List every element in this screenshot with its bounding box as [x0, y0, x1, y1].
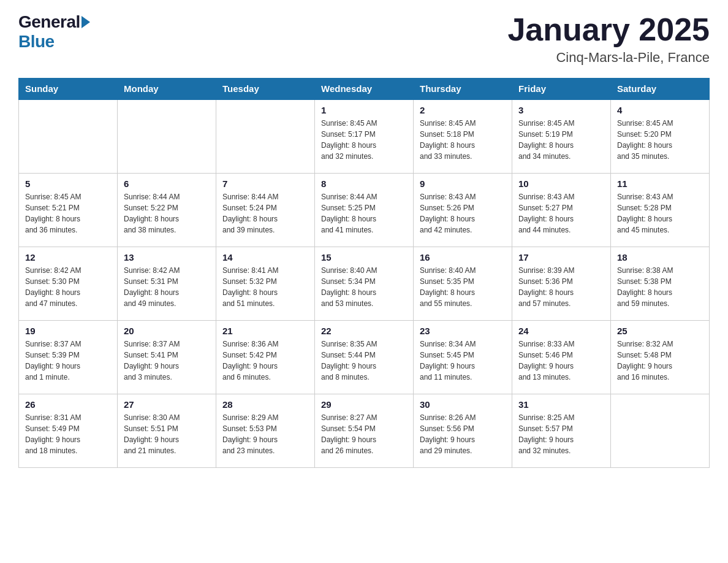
- calendar-day-cell: 29Sunrise: 8:27 AM Sunset: 5:54 PM Dayli…: [315, 394, 414, 467]
- calendar-day-cell: 10Sunrise: 8:43 AM Sunset: 5:27 PM Dayli…: [512, 173, 611, 247]
- day-info: Sunrise: 8:25 AM Sunset: 5:57 PM Dayligh…: [518, 412, 604, 456]
- day-number: 1: [321, 105, 407, 115]
- calendar-week-row: 12Sunrise: 8:42 AM Sunset: 5:30 PM Dayli…: [19, 247, 710, 320]
- calendar-week-row: 5Sunrise: 8:45 AM Sunset: 5:21 PM Daylig…: [19, 173, 710, 247]
- day-number: 29: [321, 399, 407, 410]
- page-header: General Blue January 2025 Cinq-Mars-la-P…: [18, 12, 710, 66]
- day-info: Sunrise: 8:44 AM Sunset: 5:22 PM Dayligh…: [124, 191, 210, 236]
- day-info: Sunrise: 8:43 AM Sunset: 5:27 PM Dayligh…: [518, 191, 604, 236]
- calendar-day-cell: 12Sunrise: 8:42 AM Sunset: 5:30 PM Dayli…: [19, 247, 118, 320]
- day-of-week-header: Tuesday: [216, 79, 315, 100]
- calendar-day-cell: 5Sunrise: 8:45 AM Sunset: 5:21 PM Daylig…: [19, 173, 118, 247]
- day-of-week-header: Wednesday: [315, 79, 414, 100]
- logo-general-text: General: [18, 12, 80, 32]
- calendar-table: SundayMondayTuesdayWednesdayThursdayFrid…: [18, 78, 710, 468]
- day-info: Sunrise: 8:38 AM Sunset: 5:38 PM Dayligh…: [617, 265, 703, 309]
- calendar-day-cell: 4Sunrise: 8:45 AM Sunset: 5:20 PM Daylig…: [611, 99, 710, 173]
- day-number: 24: [518, 326, 604, 336]
- day-info: Sunrise: 8:45 AM Sunset: 5:20 PM Dayligh…: [617, 118, 703, 162]
- calendar-day-cell: 30Sunrise: 8:26 AM Sunset: 5:56 PM Dayli…: [414, 394, 512, 467]
- day-number: 28: [222, 399, 308, 410]
- day-number: 9: [420, 178, 506, 189]
- calendar-location: Cinq-Mars-la-Pile, France: [507, 50, 710, 66]
- calendar-header-row: SundayMondayTuesdayWednesdayThursdayFrid…: [19, 79, 710, 100]
- day-number: 8: [321, 178, 407, 189]
- day-of-week-header: Thursday: [414, 79, 512, 100]
- day-number: 21: [222, 326, 308, 336]
- calendar-day-cell: 21Sunrise: 8:36 AM Sunset: 5:42 PM Dayli…: [216, 320, 315, 394]
- day-number: 2: [420, 105, 506, 115]
- day-info: Sunrise: 8:29 AM Sunset: 5:53 PM Dayligh…: [222, 412, 308, 456]
- calendar-day-cell: [118, 99, 216, 173]
- calendar-day-cell: 31Sunrise: 8:25 AM Sunset: 5:57 PM Dayli…: [512, 394, 611, 467]
- day-number: 11: [617, 178, 703, 189]
- day-info: Sunrise: 8:39 AM Sunset: 5:36 PM Dayligh…: [518, 265, 604, 309]
- day-number: 18: [617, 252, 703, 262]
- day-info: Sunrise: 8:26 AM Sunset: 5:56 PM Dayligh…: [420, 412, 506, 456]
- calendar-day-cell: [611, 394, 710, 467]
- calendar-day-cell: 13Sunrise: 8:42 AM Sunset: 5:31 PM Dayli…: [118, 247, 216, 320]
- day-number: 13: [124, 252, 210, 262]
- calendar-week-row: 19Sunrise: 8:37 AM Sunset: 5:39 PM Dayli…: [19, 320, 710, 394]
- calendar-day-cell: 16Sunrise: 8:40 AM Sunset: 5:35 PM Dayli…: [414, 247, 512, 320]
- calendar-week-row: 26Sunrise: 8:31 AM Sunset: 5:49 PM Dayli…: [19, 394, 710, 467]
- calendar-day-cell: [19, 99, 118, 173]
- day-info: Sunrise: 8:37 AM Sunset: 5:41 PM Dayligh…: [124, 339, 210, 383]
- day-info: Sunrise: 8:41 AM Sunset: 5:32 PM Dayligh…: [222, 265, 308, 309]
- day-number: 25: [617, 326, 703, 336]
- calendar-day-cell: 6Sunrise: 8:44 AM Sunset: 5:22 PM Daylig…: [118, 173, 216, 247]
- day-info: Sunrise: 8:40 AM Sunset: 5:34 PM Dayligh…: [321, 265, 407, 309]
- calendar-day-cell: 11Sunrise: 8:43 AM Sunset: 5:28 PM Dayli…: [611, 173, 710, 247]
- title-area: January 2025 Cinq-Mars-la-Pile, France: [507, 12, 710, 66]
- calendar-day-cell: 20Sunrise: 8:37 AM Sunset: 5:41 PM Dayli…: [118, 320, 216, 394]
- logo-arrow-icon: [82, 16, 90, 28]
- calendar-day-cell: 17Sunrise: 8:39 AM Sunset: 5:36 PM Dayli…: [512, 247, 611, 320]
- day-number: 5: [25, 178, 111, 189]
- day-info: Sunrise: 8:32 AM Sunset: 5:48 PM Dayligh…: [617, 339, 703, 383]
- calendar-day-cell: 24Sunrise: 8:33 AM Sunset: 5:46 PM Dayli…: [512, 320, 611, 394]
- day-info: Sunrise: 8:27 AM Sunset: 5:54 PM Dayligh…: [321, 412, 407, 456]
- day-number: 19: [25, 326, 111, 336]
- day-number: 30: [420, 399, 506, 410]
- day-info: Sunrise: 8:43 AM Sunset: 5:28 PM Dayligh…: [617, 191, 703, 236]
- day-number: 10: [518, 178, 604, 189]
- calendar-day-cell: 8Sunrise: 8:44 AM Sunset: 5:25 PM Daylig…: [315, 173, 414, 247]
- calendar-day-cell: 19Sunrise: 8:37 AM Sunset: 5:39 PM Dayli…: [19, 320, 118, 394]
- calendar-day-cell: 9Sunrise: 8:43 AM Sunset: 5:26 PM Daylig…: [414, 173, 512, 247]
- calendar-day-cell: 23Sunrise: 8:34 AM Sunset: 5:45 PM Dayli…: [414, 320, 512, 394]
- day-number: 4: [617, 105, 703, 115]
- calendar-day-cell: 26Sunrise: 8:31 AM Sunset: 5:49 PM Dayli…: [19, 394, 118, 467]
- day-number: 6: [124, 178, 210, 189]
- day-number: 22: [321, 326, 407, 336]
- day-of-week-header: Saturday: [611, 79, 710, 100]
- calendar-day-cell: [216, 99, 315, 173]
- day-info: Sunrise: 8:30 AM Sunset: 5:51 PM Dayligh…: [124, 412, 210, 456]
- calendar-day-cell: 25Sunrise: 8:32 AM Sunset: 5:48 PM Dayli…: [611, 320, 710, 394]
- day-number: 31: [518, 399, 604, 410]
- day-of-week-header: Friday: [512, 79, 611, 100]
- day-info: Sunrise: 8:45 AM Sunset: 5:17 PM Dayligh…: [321, 118, 407, 162]
- calendar-day-cell: 27Sunrise: 8:30 AM Sunset: 5:51 PM Dayli…: [118, 394, 216, 467]
- day-info: Sunrise: 8:44 AM Sunset: 5:24 PM Dayligh…: [222, 191, 308, 236]
- day-number: 7: [222, 178, 308, 189]
- calendar-day-cell: 18Sunrise: 8:38 AM Sunset: 5:38 PM Dayli…: [611, 247, 710, 320]
- calendar-day-cell: 2Sunrise: 8:45 AM Sunset: 5:18 PM Daylig…: [414, 99, 512, 173]
- day-number: 16: [420, 252, 506, 262]
- day-info: Sunrise: 8:45 AM Sunset: 5:19 PM Dayligh…: [518, 118, 604, 162]
- day-number: 15: [321, 252, 407, 262]
- calendar-day-cell: 3Sunrise: 8:45 AM Sunset: 5:19 PM Daylig…: [512, 99, 611, 173]
- day-info: Sunrise: 8:42 AM Sunset: 5:30 PM Dayligh…: [25, 265, 111, 309]
- calendar-week-row: 1Sunrise: 8:45 AM Sunset: 5:17 PM Daylig…: [19, 99, 710, 173]
- day-info: Sunrise: 8:33 AM Sunset: 5:46 PM Dayligh…: [518, 339, 604, 383]
- day-number: 23: [420, 326, 506, 336]
- day-info: Sunrise: 8:45 AM Sunset: 5:21 PM Dayligh…: [25, 191, 111, 236]
- day-info: Sunrise: 8:43 AM Sunset: 5:26 PM Dayligh…: [420, 191, 506, 236]
- day-info: Sunrise: 8:31 AM Sunset: 5:49 PM Dayligh…: [25, 412, 111, 456]
- logo: General Blue: [18, 12, 90, 52]
- day-number: 26: [25, 399, 111, 410]
- calendar-day-cell: 7Sunrise: 8:44 AM Sunset: 5:24 PM Daylig…: [216, 173, 315, 247]
- logo-blue-text: Blue: [18, 32, 55, 52]
- calendar-day-cell: 22Sunrise: 8:35 AM Sunset: 5:44 PM Dayli…: [315, 320, 414, 394]
- calendar-day-cell: 1Sunrise: 8:45 AM Sunset: 5:17 PM Daylig…: [315, 99, 414, 173]
- day-info: Sunrise: 8:34 AM Sunset: 5:45 PM Dayligh…: [420, 339, 506, 383]
